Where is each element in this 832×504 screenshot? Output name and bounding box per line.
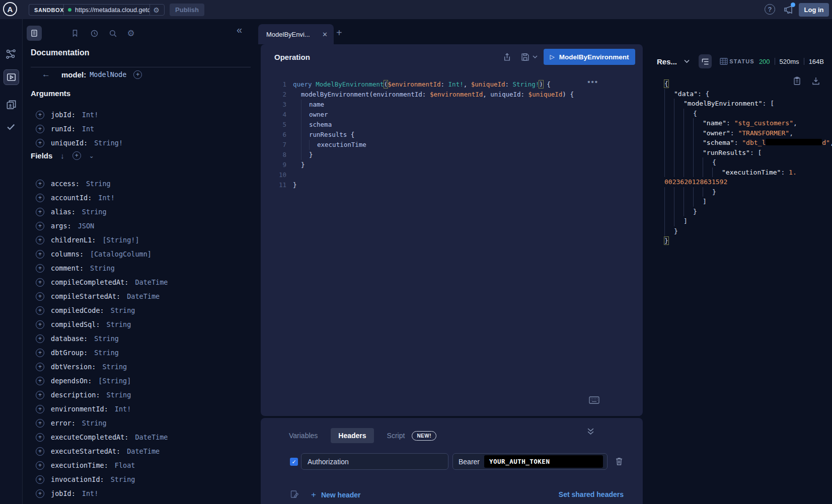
add-field-icon[interactable]: +	[36, 139, 44, 147]
saved-operations-bookmark-icon[interactable]	[69, 27, 81, 39]
field-type[interactable]: String	[86, 180, 111, 188]
doc-field-row[interactable]: +dbtGroup:String	[31, 346, 252, 360]
tab-script[interactable]: Script	[387, 432, 405, 440]
field-type[interactable]: String	[111, 475, 135, 483]
add-field-icon[interactable]: +	[36, 363, 44, 371]
add-field-icon[interactable]: +	[36, 461, 44, 470]
add-field-icon[interactable]: +	[36, 447, 44, 456]
field-type[interactable]: Int!	[82, 489, 99, 497]
tab-close-icon[interactable]: ✕	[322, 31, 328, 38]
explorer-icon[interactable]	[4, 69, 19, 85]
field-type[interactable]: String	[107, 391, 131, 399]
announcements-icon[interactable]	[782, 4, 794, 16]
new-tab-icon[interactable]: +	[336, 27, 342, 39]
back-arrow-icon[interactable]: ←	[42, 69, 50, 79]
add-field-icon[interactable]: +	[36, 433, 44, 442]
save-icon[interactable]	[519, 51, 531, 62]
save-chevron-icon[interactable]	[532, 51, 539, 62]
collapse-bottom-panel-icon[interactable]	[587, 428, 594, 435]
add-field-icon[interactable]: +	[36, 349, 44, 357]
tab-modelbyenvironment[interactable]: ModelByEnvi... ✕	[258, 24, 334, 44]
operation-collections-icon[interactable]	[5, 99, 17, 111]
doc-field-row[interactable]: +uniqueId:String!	[31, 136, 252, 150]
doc-field-row[interactable]: +executeStartedAt:DateTime	[31, 444, 252, 458]
response-chevron-icon[interactable]	[684, 59, 690, 63]
edit-headers-json-icon[interactable]	[290, 490, 299, 499]
tab-variables[interactable]: Variables	[289, 432, 318, 440]
add-field-icon[interactable]: +	[36, 236, 44, 244]
add-field-icon[interactable]: +	[36, 334, 44, 343]
doc-field-row[interactable]: +compileCompletedAt:DateTime	[31, 275, 252, 289]
field-type[interactable]: JSON	[78, 222, 95, 230]
set-shared-headers-button[interactable]: Set shared headers	[559, 490, 624, 498]
field-type[interactable]: [CatalogColumn]	[90, 250, 152, 258]
doc-field-row[interactable]: +accountId:Int!	[31, 191, 252, 205]
add-field-icon[interactable]: +	[36, 320, 44, 329]
search-icon[interactable]	[107, 27, 119, 39]
new-header-button[interactable]: + New header	[311, 490, 361, 500]
response-json[interactable]: {"data": {"modelByEnvironment": [{"name"…	[643, 74, 832, 246]
doc-field-row[interactable]: +childrenL1:[String!]	[31, 233, 252, 247]
doc-field-row[interactable]: +executeCompletedAt:DateTime	[31, 430, 252, 444]
add-field-icon[interactable]: +	[36, 222, 44, 230]
doc-field-row[interactable]: +jobId:Int!	[31, 108, 252, 122]
field-type[interactable]: String	[82, 208, 107, 216]
chevron-down-icon[interactable]: ⌄	[89, 152, 94, 159]
add-field-icon[interactable]: +	[36, 111, 44, 119]
field-type[interactable]: String	[82, 419, 107, 427]
field-type[interactable]: DateTime	[135, 433, 168, 441]
field-type[interactable]: String	[107, 320, 131, 328]
doc-field-row[interactable]: +description:String	[31, 388, 252, 402]
settings-gear-icon[interactable]: ⚙	[125, 27, 137, 39]
field-type[interactable]: String	[111, 306, 135, 314]
add-field-icon[interactable]: +	[36, 180, 44, 188]
publish-button[interactable]: Publish	[170, 4, 204, 16]
field-type[interactable]: [String!]	[102, 236, 139, 244]
add-field-icon[interactable]: +	[36, 264, 44, 273]
auth-token-value[interactable]: YOUR_AUTH_TOKEN	[484, 455, 603, 468]
field-type[interactable]: String	[90, 264, 115, 272]
field-type[interactable]: Int!	[98, 194, 115, 202]
doc-field-row[interactable]: +access:String	[31, 177, 252, 191]
apollo-logo-icon[interactable]: A	[3, 2, 17, 16]
doc-field-row[interactable]: +environmentId:Int!	[31, 402, 252, 416]
help-icon[interactable]: ?	[765, 4, 775, 15]
model-type-link[interactable]: ModelNode	[90, 70, 126, 78]
doc-field-row[interactable]: +dependsOn:[String]	[31, 374, 252, 388]
endpoint-url-input[interactable]: https://metadata.cloud.getd ⚙	[63, 4, 165, 16]
connection-settings-gear-icon[interactable]: ⚙	[149, 5, 163, 15]
checks-icon[interactable]	[5, 121, 17, 133]
tree-view-toggle-icon[interactable]	[699, 54, 712, 68]
header-enabled-checkbox[interactable]: ✓	[290, 458, 298, 466]
add-field-icon[interactable]: +	[36, 405, 44, 413]
field-type[interactable]: DateTime	[127, 292, 160, 300]
delete-header-trash-icon[interactable]	[615, 457, 623, 466]
endpoint-url[interactable]: https://metadata.cloud.getd	[75, 7, 149, 14]
field-type[interactable]: Float	[115, 461, 135, 469]
table-view-toggle-icon[interactable]	[718, 54, 729, 68]
add-field-icon[interactable]: +	[36, 250, 44, 259]
field-type[interactable]: [String]	[98, 377, 131, 385]
share-icon[interactable]	[501, 51, 512, 62]
field-type[interactable]: DateTime	[135, 278, 168, 286]
doc-field-row[interactable]: +comment:String	[31, 261, 252, 275]
doc-field-row[interactable]: +dbtVersion:String	[31, 360, 252, 374]
header-name-input[interactable]: Authorization	[301, 453, 448, 470]
sort-icon[interactable]: ↓	[60, 151, 64, 160]
add-field-icon[interactable]: +	[36, 475, 44, 484]
doc-field-row[interactable]: +runId:Int	[31, 122, 252, 136]
doc-field-row[interactable]: +invocationId:String	[31, 472, 252, 486]
add-field-icon[interactable]: +	[36, 377, 44, 385]
doc-field-row[interactable]: +executionTime:Float	[31, 458, 252, 472]
field-type[interactable]: DateTime	[127, 447, 160, 455]
doc-field-row[interactable]: +alias:String	[31, 205, 252, 219]
doc-field-row[interactable]: +columns:[CatalogColumn]	[31, 247, 252, 261]
doc-field-row[interactable]: +args:JSON	[31, 219, 252, 233]
field-type[interactable]: Int	[82, 125, 94, 133]
doc-field-row[interactable]: +database:String	[31, 331, 252, 346]
add-fields-icon[interactable]: +	[72, 151, 81, 160]
doc-field-row[interactable]: +error:String	[31, 416, 252, 430]
tab-headers[interactable]: Headers	[331, 428, 373, 443]
graphql-editor[interactable]: 1query ModelByEnvironment($environmentId…	[261, 74, 643, 190]
field-type[interactable]: String!	[94, 139, 123, 147]
